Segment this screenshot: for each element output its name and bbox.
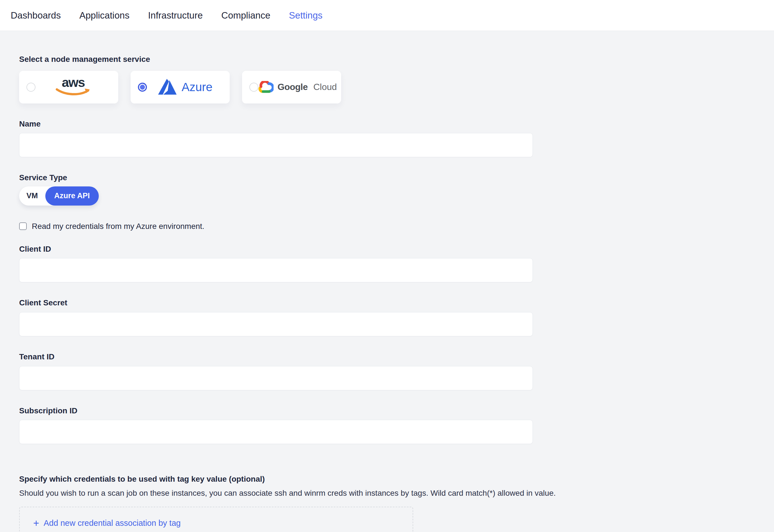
- google-cloud-icon: [258, 81, 274, 93]
- top-navbar: Dashboards Applications Infrastructure C…: [0, 0, 774, 31]
- service-card-aws[interactable]: aws: [19, 71, 118, 103]
- read-credentials-checkbox[interactable]: [19, 222, 27, 230]
- plus-icon: +: [33, 519, 39, 528]
- aws-radio[interactable]: [26, 83, 35, 92]
- google-logo-text: Google: [278, 82, 308, 92]
- google-cloud-logo: Google Cloud: [258, 81, 337, 93]
- nav-item-applications[interactable]: Applications: [79, 10, 129, 21]
- client-id-input[interactable]: [19, 258, 533, 282]
- add-credential-association-label: Add new credential association by tag: [44, 519, 181, 528]
- toggle-option-azure-api[interactable]: Azure API: [45, 186, 99, 206]
- azure-logo: Azure: [147, 78, 222, 96]
- azure-radio[interactable]: [138, 83, 147, 92]
- name-label: Name: [19, 119, 774, 129]
- read-credentials-checkbox-label: Read my credentials from my Azure enviro…: [32, 222, 204, 231]
- service-selector-label: Select a node management service: [19, 55, 774, 64]
- tag-credentials-heading: Specify which credentials to be used wit…: [19, 474, 774, 484]
- client-secret-label: Client Secret: [19, 298, 774, 308]
- tenant-id-input[interactable]: [19, 366, 533, 390]
- service-type-toggle: VM Azure API: [19, 186, 99, 206]
- aws-logo-text: aws: [62, 77, 85, 88]
- credentials-checkbox-row: Read my credentials from my Azure enviro…: [19, 222, 774, 231]
- nav-item-settings[interactable]: Settings: [289, 10, 323, 21]
- google-cloud-logo-text: Cloud: [313, 82, 337, 92]
- add-credential-association-link[interactable]: + Add new credential association by tag: [33, 519, 181, 528]
- aws-smile-icon: [55, 88, 91, 96]
- nav-item-dashboards[interactable]: Dashboards: [11, 10, 61, 21]
- service-card-google-cloud[interactable]: Google Cloud: [242, 71, 341, 103]
- add-credential-association-box: + Add new credential association by tag: [19, 507, 413, 532]
- aws-logo: aws: [35, 78, 111, 96]
- service-type-label: Service Type: [19, 173, 774, 182]
- azure-logo-text: Azure: [181, 80, 213, 94]
- nav-item-infrastructure[interactable]: Infrastructure: [148, 10, 203, 21]
- toggle-option-vm[interactable]: VM: [19, 191, 45, 200]
- tenant-id-label: Tenant ID: [19, 352, 774, 362]
- client-secret-input[interactable]: [19, 312, 533, 336]
- service-card-azure[interactable]: Azure: [130, 71, 230, 103]
- subscription-id-input[interactable]: [19, 420, 533, 444]
- google-cloud-radio[interactable]: [249, 83, 258, 92]
- azure-triangle-icon: [157, 78, 178, 96]
- service-cards: aws Azure: [19, 71, 774, 103]
- nav-item-compliance[interactable]: Compliance: [221, 10, 270, 21]
- settings-form: Select a node management service aws: [0, 55, 774, 532]
- subscription-id-label: Subscription ID: [19, 406, 774, 416]
- name-input[interactable]: [19, 133, 533, 157]
- tag-credentials-description: Should you wish to run a scan job on the…: [19, 488, 774, 498]
- client-id-label: Client ID: [19, 244, 774, 254]
